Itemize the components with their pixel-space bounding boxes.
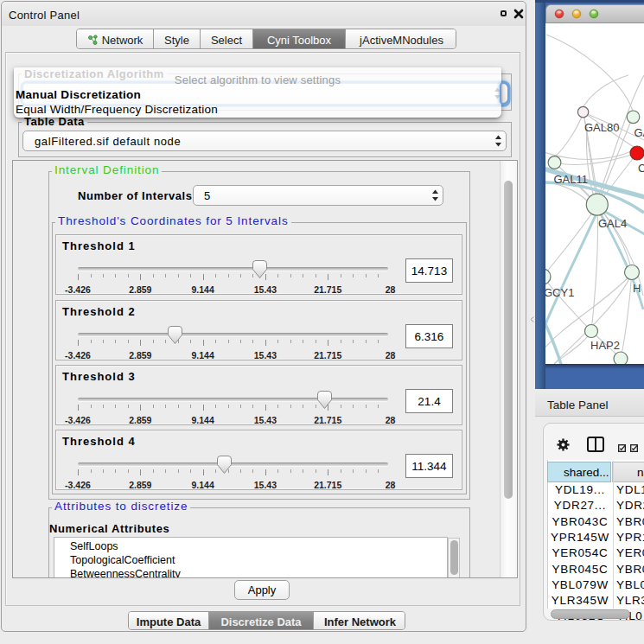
svg-text:HAP2: HAP2 [590, 339, 620, 352]
svg-text:H: H [633, 282, 641, 295]
svg-text:GAL11: GAL11 [554, 173, 589, 186]
svg-text:GAL80: GAL80 [584, 121, 619, 134]
svg-text:C: C [638, 162, 644, 175]
svg-text:GCY1: GCY1 [545, 286, 574, 299]
svg-text:GA: GA [634, 126, 644, 139]
svg-text:GAL4: GAL4 [598, 217, 627, 230]
